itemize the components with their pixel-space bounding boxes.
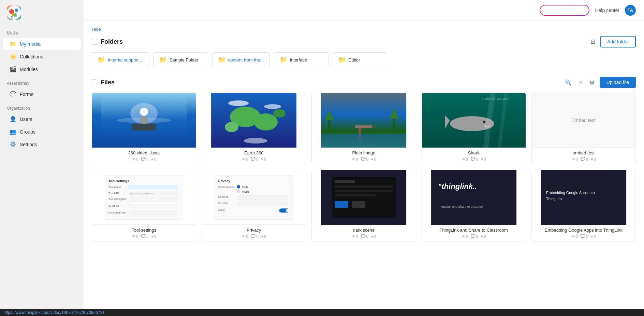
svg-text:Share media:: Share media: [218,186,234,189]
file-card[interactable]: ••• [311,170,416,242]
svg-text:Nature by source.in: Nature by source.in [482,97,509,100]
file-card[interactable]: ••• Privacy Share media: Public Private … [202,170,306,242]
sidebar-item-groups[interactable]: 👥 Groups [3,126,81,138]
file-info: embed test 👁 8 💬 0 ♥ 0 [532,148,635,164]
hide-link[interactable]: Hide [92,27,101,32]
likes-stat: ♥ 0 [481,234,486,238]
likes-stat: ♥ 0 [591,234,596,238]
comments-stat: 💬 0 [251,234,258,238]
folder-icon: 📁 [338,56,346,64]
svg-rect-21 [328,120,331,130]
svg-point-2 [15,9,18,12]
svg-text:https://www.google.com/...: https://www.google.com/... [129,192,156,195]
folder-item[interactable]: 📁 Internal support ... [92,52,149,67]
upgrade-account-button[interactable]: Upgrade account [540,5,590,16]
svg-rect-27 [321,134,406,148]
file-card[interactable]: ••• [311,93,416,164]
help-center-link[interactable]: Help center [595,8,619,13]
svg-text:🎵: 🎵 [10,15,14,19]
folders-section-title: Folders [101,38,123,45]
folders-grid-view-button[interactable]: ⊞ [589,37,597,47]
logo-area: 🎵 [0,0,84,25]
file-info: Shark 👁 0 💬 0 ♥ 0 [422,148,526,164]
file-stats: 👁 0 💬 0 ♥ 0 [425,157,522,161]
views-stat: 👁 0 [241,157,248,161]
folder-item[interactable]: 📁 content from the... [212,52,270,67]
settings-icon: ⚙️ [10,141,16,148]
svg-point-4 [12,13,14,16]
file-stats: 👁 0 💬 0 ♥ 0 [96,157,192,161]
svg-rect-49 [129,211,178,215]
sidebar-item-my-media[interactable]: 📁 My media [3,38,81,50]
file-info: 360 video - boat 👁 0 💬 0 ♥ 0 [92,148,196,164]
svg-rect-47 [129,204,178,208]
folder-icon: 📁 [280,56,287,64]
content-area: Hide Folders ⊞ Add folder 📁 Internal sup… [84,20,644,316]
svg-point-64 [286,209,290,212]
groups-icon: 👥 [10,128,16,135]
sidebar-item-modules[interactable]: 🎬 Modules [3,63,81,75]
file-info: Embedding Google Apps into ThingLink 👁 0… [532,225,635,241]
add-folder-button[interactable]: Add folder [600,36,636,47]
filter-button[interactable]: ≡ [577,78,584,87]
svg-rect-40 [129,185,178,189]
folder-item[interactable]: 📁 Interface [274,52,328,67]
svg-rect-69 [335,186,393,188]
likes-stat: ♥ 0 [261,234,266,238]
file-card[interactable]: ••• Embed test embed test 👁 8 💬 0 ♥ 0 [531,93,636,164]
svg-point-18 [264,104,281,109]
svg-point-11 [140,108,148,116]
app-logo: 🎵 [7,5,21,20]
likes-stat: ♥ 0 [481,157,486,161]
file-card[interactable]: ••• "thinglink.. ThingLink and Share to … [422,170,526,242]
likes-stat: ♥ 0 [371,157,376,161]
user-avatar[interactable]: TA [625,5,636,16]
file-info: ThingLink and Share to Classroom 👁 0 💬 0… [422,225,526,241]
svg-point-16 [273,109,286,118]
file-thumbnail: Tool settings Tool name Tool URL https:/… [92,170,196,225]
my-media-icon: 📁 [10,41,16,47]
svg-text:UI labels: UI labels [108,204,119,207]
folders-section-header: Folders ⊞ Add folder [92,36,636,47]
file-card[interactable]: ••• [92,93,196,164]
sidebar-item-label: Settings [20,142,37,147]
svg-text:Consumer key: Consumer key [108,211,126,214]
folder-icon: 📁 [98,56,105,64]
likes-stat: ♥ 0 [371,234,376,238]
svg-rect-45 [129,197,178,202]
svg-rect-71 [335,194,376,196]
file-info: Plain image 👁 0 💬 0 ♥ 0 [312,148,415,164]
comments-stat: 💬 0 [471,157,478,161]
grid-view-button[interactable]: ⊞ [588,78,596,87]
file-card[interactable]: ••• [422,93,526,164]
sidebar-item-collections[interactable]: ⭐ Collections [3,51,81,63]
svg-text:Private: Private [242,191,250,193]
folders-checkbox[interactable] [92,39,97,44]
comments-stat: 💬 0 [581,234,588,238]
likes-stat: ♥ 0 [591,157,596,161]
file-card[interactable]: ••• Tool settings Tool name Tool URL htt… [92,170,196,242]
svg-text:Send to:: Send to: [218,202,229,205]
likes-stat: ♥ 0 [261,157,266,161]
search-button[interactable]: 🔍 [563,78,574,87]
folder-item[interactable]: 📁 Sample Folder [153,52,208,67]
file-thumbnail: Embedding Google Apps into ThingLink [532,170,635,225]
file-stats: 👁 0 💬 0 ♥ 0 [205,234,302,238]
svg-text:"thinglink..: "thinglink.. [438,182,477,191]
file-name: Shark [425,150,522,155]
sidebar-item-forms[interactable]: 💬 Forms [3,88,81,100]
folder-icon: 📁 [218,56,225,64]
sidebar-item-users[interactable]: 👤 Users [3,113,81,125]
upload-file-button[interactable]: Upload file [600,77,636,88]
file-name: Plain image [315,150,412,155]
folder-item[interactable]: 📁 Editor [333,52,387,67]
sidebar-item-settings[interactable]: ⚙️ Settings [3,138,81,150]
comments-stat: 💬 0 [141,234,148,238]
file-card[interactable]: ••• [202,93,306,164]
likes-stat: ♥ 0 [151,157,156,161]
topbar: Upgrade account Help center TA [84,0,644,20]
files-checkbox[interactable] [92,80,97,85]
comments-stat: 💬 0 [471,234,478,238]
file-card[interactable]: ••• Embedding Google Apps into ThingLink… [531,170,636,242]
file-name: ThingLink and Share to Classroom [425,228,522,233]
